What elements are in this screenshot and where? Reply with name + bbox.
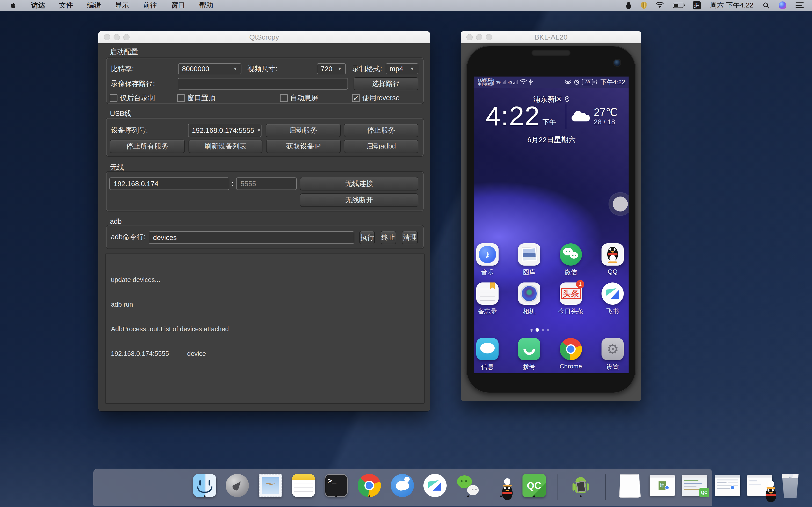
menu-item-go[interactable]: 前往 xyxy=(143,0,157,10)
checkbox-window-on-top[interactable]: 窗口置顶 xyxy=(177,93,215,103)
app-qq[interactable]: QQ xyxy=(593,243,628,276)
checkbox-box[interactable] xyxy=(280,94,288,102)
wireless-port-input[interactable]: 5555 xyxy=(236,177,297,190)
clear-button[interactable]: 清理 xyxy=(402,231,418,244)
record-format-combobox[interactable]: mp4 ▼ xyxy=(386,63,418,74)
log-output[interactable]: update devices... adb run AdbProcess::ou… xyxy=(105,253,424,404)
apple-menu-icon[interactable] xyxy=(10,2,17,9)
notification-center-icon[interactable] xyxy=(796,1,804,10)
vpn-shield-icon[interactable] xyxy=(641,2,647,9)
menu-item-window[interactable]: 窗口 xyxy=(171,0,185,10)
dock-launchpad[interactable] xyxy=(225,473,250,498)
assistive-touch-ball[interactable] xyxy=(613,196,628,212)
wireless-ip-input[interactable]: 192.168.0.174 xyxy=(109,177,230,190)
qq-menubar-icon[interactable] xyxy=(625,2,632,9)
phone-screen[interactable]: 优酷移动 中国联通 3G 4G xyxy=(474,76,628,373)
dock-qq[interactable] xyxy=(489,473,514,498)
stop-all-services-button[interactable]: 停止所有服务 xyxy=(110,139,185,153)
terminate-button[interactable]: 终止 xyxy=(380,231,396,244)
chrome-app-icon[interactable] xyxy=(560,338,582,360)
wifi-icon xyxy=(520,79,527,85)
app-label: 今日头条 xyxy=(558,307,583,316)
dock-wechat[interactable] xyxy=(456,473,481,498)
app-music[interactable]: ♪ 音乐 xyxy=(474,243,507,276)
menu-item-view[interactable]: 显示 xyxy=(115,0,129,10)
dock-minimized-window-qtcreator[interactable]: QC xyxy=(682,473,707,498)
music-app-icon[interactable]: ♪ xyxy=(476,243,499,266)
checkbox-use-reverse[interactable]: ✓ 使用reverse xyxy=(352,93,400,103)
widget-date[interactable]: 6月22日星期六 xyxy=(474,135,628,145)
checkbox-box[interactable] xyxy=(177,94,185,102)
start-adbd-button[interactable]: 启动adbd xyxy=(344,139,418,153)
menu-item-help[interactable]: 帮助 xyxy=(199,0,213,10)
serial-combobox[interactable]: 192.168.0.174:5555 ▼ xyxy=(188,124,261,137)
execute-button[interactable]: 执行 xyxy=(359,231,375,244)
checkbox-box-checked[interactable]: ✓ xyxy=(352,94,360,102)
dock-minimized-window-chrome-2[interactable] xyxy=(715,473,740,498)
choose-path-button[interactable]: 选择路径 xyxy=(354,77,418,90)
app-gallery[interactable]: 图库 xyxy=(510,243,549,276)
adb-command-input[interactable]: devices xyxy=(149,231,354,244)
settings-app-icon[interactable]: ⚙ xyxy=(602,338,624,360)
get-device-ip-button[interactable]: 获取设备IP xyxy=(266,139,341,153)
wireless-disconnect-button[interactable]: 无线断开 xyxy=(300,193,418,207)
wireless-connect-button[interactable]: 无线连接 xyxy=(300,177,418,190)
refresh-device-list-button[interactable]: 刷新设备列表 xyxy=(189,139,262,153)
app-dialer[interactable]: 拨号 xyxy=(510,338,549,371)
dock-trash[interactable] xyxy=(778,473,803,498)
dialer-app-icon[interactable] xyxy=(518,338,540,360)
app-notes[interactable]: 备忘录 xyxy=(474,282,507,316)
running-indicator xyxy=(368,495,370,497)
checkbox-background-record[interactable]: 仅后台录制 xyxy=(110,93,155,103)
dock-finder[interactable] xyxy=(192,473,217,498)
dock-paper-plane-app[interactable] xyxy=(422,473,448,498)
dock-minimized-window-chrome-1[interactable]: 坤 xyxy=(650,473,675,498)
record-path-input[interactable] xyxy=(177,78,348,90)
menu-item-file[interactable]: 文件 xyxy=(59,0,73,10)
wechat-app-icon[interactable] xyxy=(560,243,582,266)
video-size-combobox[interactable]: 720 ▼ xyxy=(317,63,346,74)
stop-service-button[interactable]: 停止服务 xyxy=(344,124,418,137)
app-messages[interactable]: 信息 xyxy=(474,338,507,371)
phone-titlebar[interactable]: BKL-AL20 xyxy=(461,31,641,43)
dock-chrome[interactable] xyxy=(357,473,382,498)
dock: >_ QC xyxy=(93,469,712,506)
app-feishu[interactable]: 飞书 xyxy=(593,282,628,316)
dock-qtscrcpy-android[interactable] xyxy=(568,473,593,498)
app-wechat[interactable]: 微信 xyxy=(552,243,590,276)
start-service-button[interactable]: 启动服务 xyxy=(266,124,341,137)
checkbox-box[interactable] xyxy=(110,94,117,102)
dock-qtcreator[interactable]: QC xyxy=(521,473,547,498)
messages-app-icon[interactable] xyxy=(476,338,499,360)
dock-seal-app[interactable] xyxy=(390,473,415,498)
app-camera[interactable]: 相机 xyxy=(510,282,549,316)
input-method-badge[interactable]: 拼 xyxy=(693,1,701,9)
dock-notes[interactable] xyxy=(291,473,316,498)
checkbox-auto-screen-off[interactable]: 自动息屏 xyxy=(280,93,318,103)
qtscrcpy-titlebar[interactable]: QtScrcpy xyxy=(98,31,430,43)
spotlight-search-icon[interactable] xyxy=(763,2,769,9)
app-toutiao[interactable]: 头条 1 今日头条 xyxy=(552,282,590,316)
toutiao-icon-text: 头条 xyxy=(561,288,581,299)
menu-item-edit[interactable]: 编辑 xyxy=(87,0,101,10)
notes-app-icon[interactable] xyxy=(476,282,499,305)
gallery-app-icon[interactable] xyxy=(518,243,540,266)
wifi-icon[interactable] xyxy=(656,2,664,8)
siri-icon[interactable] xyxy=(779,1,786,9)
dock-mail[interactable] xyxy=(258,473,283,498)
toutiao-app-icon[interactable]: 头条 1 xyxy=(560,282,582,305)
app-settings[interactable]: ⚙ 设置 xyxy=(593,338,628,371)
app-chrome[interactable]: Chrome xyxy=(552,338,590,370)
bitrate-combobox[interactable]: 8000000 ▼ xyxy=(178,63,242,74)
dock-terminal[interactable]: >_ xyxy=(323,473,349,498)
camera-app-icon[interactable] xyxy=(518,282,540,305)
clock-widget[interactable]: 4:22 下午 27℃ 28 / 18 xyxy=(474,103,628,130)
dock-minimized-window-qq[interactable] xyxy=(747,473,772,498)
feishu-app-icon[interactable] xyxy=(602,282,624,305)
checkbox-label: 使用reverse xyxy=(362,93,400,103)
menu-item-finder[interactable]: 访达 xyxy=(31,0,45,10)
qq-app-icon[interactable] xyxy=(602,243,624,266)
battery-icon[interactable] xyxy=(673,3,683,8)
dock-documents-stack[interactable] xyxy=(617,473,643,498)
menubar-clock[interactable]: 周六 下午4:22 xyxy=(710,0,754,10)
